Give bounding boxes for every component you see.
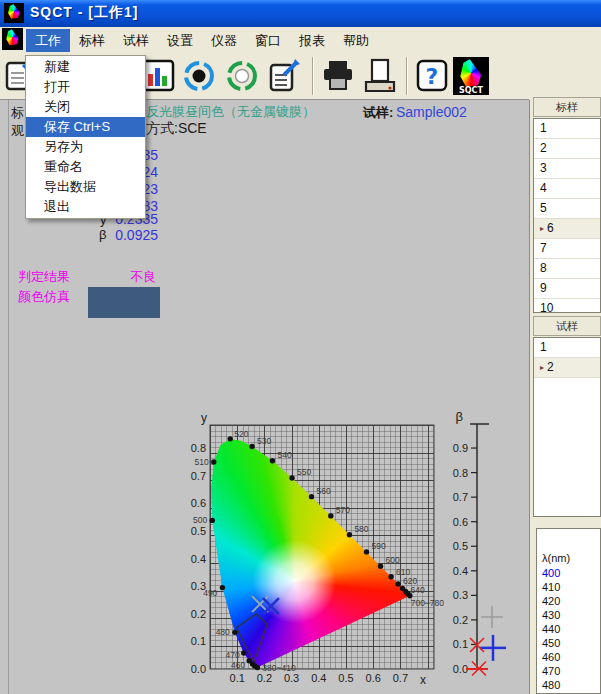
menubar-items: 工作标样试样设置仪器窗口报表帮助 <box>26 28 378 53</box>
gamut-blob-icon <box>5 29 20 45</box>
standards-list[interactable]: 12345▸67891011 <box>533 118 601 313</box>
standard-row[interactable]: 4 <box>534 179 600 199</box>
menu-item-1[interactable]: 打开 <box>26 77 145 97</box>
menubar-item-7[interactable]: 帮助 <box>334 29 378 53</box>
wavelength-rows: 400410420430440450460470480490 <box>542 566 600 694</box>
sample-row-selected[interactable]: ▸2 <box>534 358 600 378</box>
toolbar-separator <box>406 57 408 95</box>
wavelength-row[interactable]: 430 <box>542 608 600 622</box>
standard-row[interactable]: 8 <box>534 259 600 279</box>
wavelength-row[interactable]: 420 <box>542 594 600 608</box>
wavelength-row[interactable]: 470 <box>542 664 600 678</box>
wavelength-header: λ(nm) <box>542 551 600 566</box>
export-report-button[interactable] <box>266 57 302 95</box>
document-logo-icon[interactable] <box>2 28 23 50</box>
print-button[interactable] <box>320 57 356 95</box>
judge-result-label: 判定结果 <box>18 268 70 286</box>
menubar-item-0[interactable]: 工作 <box>26 29 70 53</box>
document-export-icon <box>266 57 302 95</box>
sample-row[interactable]: 1 <box>534 338 600 358</box>
menu-item-0[interactable]: 新建 <box>26 57 145 77</box>
target-sample-icon <box>224 57 260 95</box>
beta-value: 0.0925 <box>108 227 158 243</box>
print-preview-icon <box>362 57 398 95</box>
menubar-item-1[interactable]: 标样 <box>70 29 114 53</box>
sample-name: Sample002 <box>396 104 467 120</box>
color-sim-label: 颜色仿真 <box>18 288 70 306</box>
wavelength-panel[interactable]: λ(nm) 400410420430440450460470480490 <box>536 528 601 694</box>
menu-item-5[interactable]: 重命名 <box>26 157 145 177</box>
help-button[interactable]: ? <box>414 57 450 95</box>
judge-result-value: 不良 <box>130 268 156 286</box>
menu-item-7[interactable]: 退出 <box>26 197 145 217</box>
standard-row-selected[interactable]: ▸6 <box>534 219 600 239</box>
standard-row[interactable]: 5 <box>534 199 600 219</box>
samples-panel-header: 试样 <box>533 316 601 336</box>
wavelength-row[interactable]: 450 <box>542 636 600 650</box>
menubar-item-2[interactable]: 试样 <box>114 29 158 53</box>
about-sqct-button[interactable]: SQCT <box>453 57 489 95</box>
menu-item-4[interactable]: 另存为 <box>26 137 145 157</box>
cie-horseshoe <box>210 425 434 669</box>
title-bar[interactable]: SQCT - [工作1] <box>0 0 601 27</box>
wavelength-row[interactable]: 480 <box>542 678 600 692</box>
file-menu-popup: 新建打开关闭保存 Ctrl+S另存为重命名导出数据退出 <box>25 55 146 219</box>
logo-text: SQCT <box>453 86 489 95</box>
wavelength-row[interactable]: 440 <box>542 622 600 636</box>
svg-text:?: ? <box>426 64 439 89</box>
standard-row[interactable]: 9 <box>534 279 600 299</box>
observer-row-label: 观 <box>11 122 24 140</box>
color-sim-swatch <box>88 287 160 318</box>
menubar-item-4[interactable]: 仪器 <box>202 29 246 53</box>
selected-row-marker: ▸ <box>540 220 544 238</box>
sample-label: 试样: <box>363 104 393 122</box>
print-preview-button[interactable] <box>362 57 398 95</box>
measure-standard-button[interactable] <box>181 57 217 95</box>
printer-icon <box>320 57 356 95</box>
question-mark-icon: ? <box>414 57 450 95</box>
standard-row-label: 标 <box>11 104 24 122</box>
measure-mode-text: 方式:SCE <box>146 120 207 138</box>
window-title: SQCT - [工作1] <box>30 4 138 22</box>
wavelength-row[interactable]: 410 <box>542 580 600 594</box>
toolbar-separator <box>312 57 314 95</box>
menubar-item-6[interactable]: 报表 <box>290 29 334 53</box>
samples-list[interactable]: 1▸2 <box>533 337 601 517</box>
wavelength-row[interactable]: 460 <box>542 650 600 664</box>
menu-item-2[interactable]: 关闭 <box>26 97 145 117</box>
gamut-blob-icon <box>458 59 483 87</box>
standards-panel-header: 标样 <box>533 97 601 117</box>
gamut-blob-icon <box>7 4 21 19</box>
standard-row[interactable]: 3 <box>534 159 600 179</box>
menu-item-3[interactable]: 保存 Ctrl+S <box>26 117 145 137</box>
menubar-item-3[interactable]: 设置 <box>158 29 202 53</box>
menu-item-6[interactable]: 导出数据 <box>26 177 145 197</box>
wavelength-row-selected[interactable]: 400 <box>542 566 600 580</box>
selected-row-marker: ▸ <box>540 359 544 377</box>
measure-sample-button[interactable] <box>224 57 260 95</box>
standard-row[interactable]: 10 <box>534 299 600 313</box>
menu-bar: 工作标样试样设置仪器窗口报表帮助 <box>0 27 601 53</box>
app-logo-icon <box>4 3 24 23</box>
standard-row[interactable]: 7 <box>534 239 600 259</box>
product-type-text: 反光膜昼间色（无金属镀膜） <box>146 103 315 121</box>
menubar-item-5[interactable]: 窗口 <box>246 29 290 53</box>
target-standard-icon <box>181 57 217 95</box>
standard-row[interactable]: 1 <box>534 119 600 139</box>
chromaticity-plot <box>210 425 434 669</box>
standard-row[interactable]: 2 <box>534 139 600 159</box>
app-window: SQCT - [工作1] 工作标样试样设置仪器窗口报表帮助 <box>0 0 601 694</box>
beta-value-label: β <box>99 227 106 242</box>
divider <box>8 100 9 694</box>
